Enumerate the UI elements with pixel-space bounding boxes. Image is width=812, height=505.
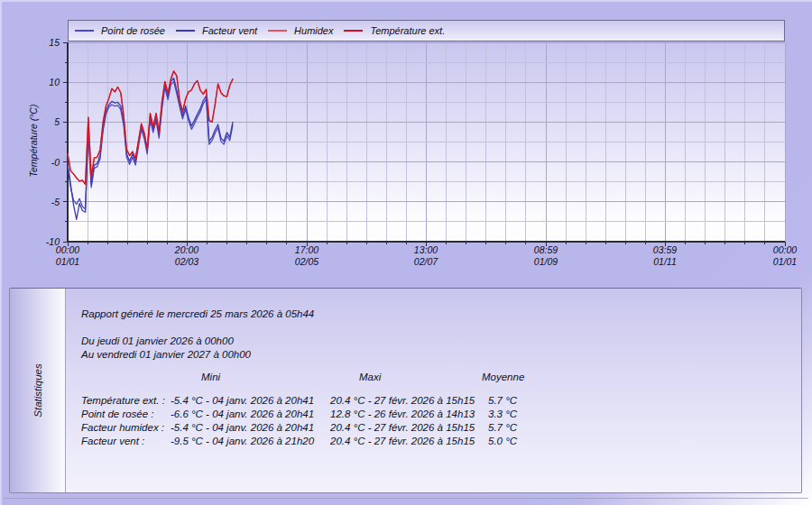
legend-item-temperature-ext[interactable]: Température ext. bbox=[344, 25, 445, 36]
legend-item-point-de-rosee[interactable]: Point de rosée bbox=[75, 25, 165, 36]
stats-row-label: Facteur humidex : bbox=[81, 422, 164, 433]
y-tick-label: -5 bbox=[32, 196, 60, 208]
stats-maxi-value: 20.4 °C - 27 févr. 2026 à 15h15 bbox=[330, 436, 475, 446]
column-header-moyenne: Moyenne bbox=[482, 372, 524, 382]
stats-moyenne-value: 5.0 °C bbox=[488, 436, 517, 446]
weather-report-window: Point de rosée Facteur vent Humidex Temp… bbox=[0, 0, 812, 505]
report-generated-line: Rapport généré le mercredi 25 mars 2026 … bbox=[81, 308, 314, 319]
stats-row-temperature-ext: Température ext. : -5.4 °C - 04 janv. 20… bbox=[66, 395, 801, 409]
legend-line-swatch bbox=[176, 30, 195, 32]
stats-row-label: Facteur vent : bbox=[81, 436, 144, 446]
legend-label: Facteur vent bbox=[202, 25, 257, 36]
stats-moyenne-value: 5.7 °C bbox=[488, 422, 517, 433]
chart-legend: Point de rosée Facteur vent Humidex Temp… bbox=[68, 20, 785, 41]
stats-moyenne-value: 3.3 °C bbox=[488, 409, 517, 419]
x-tick-label: 08:59 01/09 bbox=[505, 244, 586, 268]
statistics-sidebar-label: Statistiques bbox=[32, 363, 43, 417]
stats-row-label: Point de rosée : bbox=[81, 409, 154, 419]
y-tick-label: 15 bbox=[32, 36, 60, 49]
legend-label: Température ext. bbox=[370, 25, 445, 36]
x-tick-label: 13:00 02/07 bbox=[385, 244, 466, 268]
legend-line-swatch bbox=[268, 30, 287, 32]
stats-mini-value: -5.4 °C - 04 janv. 2026 à 20h41 bbox=[171, 422, 314, 433]
stats-mini-value: -9.5 °C - 04 janv. 2026 à 21h20 bbox=[171, 436, 314, 446]
stats-row-point-de-rosee: Point de rosée : -6.6 °C - 04 janv. 2026… bbox=[66, 409, 801, 422]
statistics-sidebar: Statistiques bbox=[10, 289, 66, 492]
x-tick-label: 17:00 02/05 bbox=[266, 244, 347, 268]
period-to-line: Au vendredi 01 janvier 2027 à 00h00 bbox=[81, 349, 251, 360]
period-from-line: Du jeudi 01 janvier 2026 à 00h00 bbox=[81, 335, 234, 346]
legend-line-swatch bbox=[75, 30, 94, 32]
stats-maxi-value: 20.4 °C - 27 févr. 2026 à 15h15 bbox=[330, 422, 475, 433]
stats-maxi-value: 20.4 °C - 27 févr. 2026 à 15h15 bbox=[330, 395, 475, 406]
x-tick-label: 00:00 01/01 bbox=[27, 244, 108, 268]
y-tick-label: 5 bbox=[32, 115, 60, 128]
window-bottom-edge bbox=[4, 498, 808, 499]
legend-item-humidex[interactable]: Humidex bbox=[268, 25, 333, 36]
x-tick-label: 00:00 01/01 bbox=[744, 244, 812, 268]
column-header-maxi: Maxi bbox=[359, 372, 381, 382]
stats-row-facteur-humidex: Facteur humidex : -5.4 °C - 04 janv. 202… bbox=[66, 422, 801, 436]
stats-mini-value: -6.6 °C - 04 janv. 2026 à 20h41 bbox=[171, 409, 314, 419]
stats-row-facteur-vent: Facteur vent : -9.5 °C - 04 janv. 2026 à… bbox=[66, 436, 801, 449]
column-header-mini: Mini bbox=[201, 372, 220, 382]
y-tick-label: -0 bbox=[32, 156, 60, 169]
y-tick-label: 10 bbox=[32, 76, 60, 88]
legend-label: Humidex bbox=[294, 25, 333, 36]
statistics-content: Rapport généré le mercredi 25 mars 2026 … bbox=[66, 289, 801, 492]
legend-item-facteur-vent[interactable]: Facteur vent bbox=[176, 25, 257, 36]
statistics-panel: Statistiques Rapport généré le mercredi … bbox=[9, 288, 802, 493]
stats-mini-value: -5.4 °C - 04 janv. 2026 à 20h41 bbox=[171, 395, 314, 406]
chart-canvas bbox=[68, 42, 785, 242]
legend-label: Point de rosée bbox=[101, 25, 165, 36]
stats-maxi-value: 12.8 °C - 26 févr. 2026 à 14h13 bbox=[330, 409, 475, 419]
stats-moyenne-value: 5.7 °C bbox=[488, 395, 517, 406]
plot-area[interactable] bbox=[68, 42, 785, 242]
x-tick-label: 20:00 02/03 bbox=[146, 244, 227, 268]
stats-row-label: Température ext. : bbox=[81, 395, 165, 406]
legend-line-swatch bbox=[344, 30, 363, 32]
x-tick-label: 03:59 01/11 bbox=[624, 244, 706, 268]
